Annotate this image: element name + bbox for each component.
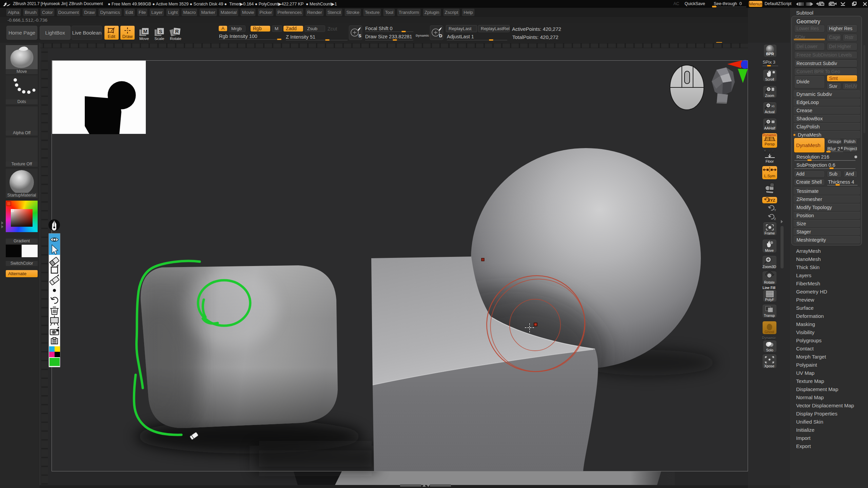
svg-text:Frame: Frame [765, 231, 775, 235]
svg-text:D: D [439, 33, 442, 38]
svg-text:Zoom3D: Zoom3D [763, 265, 776, 269]
svg-text:Persp: Persp [765, 142, 775, 146]
svg-text:R: R [175, 28, 179, 34]
svg-text:AAHalf: AAHalf [764, 126, 775, 130]
svg-text:Move: Move [765, 248, 774, 252]
svg-text:S: S [159, 28, 162, 34]
svg-text:x1: x1 [771, 104, 775, 108]
svg-text:XYZ: XYZ [768, 198, 775, 202]
svg-text:Transp: Transp [764, 313, 775, 318]
svg-text:Ghost: Ghost [765, 330, 774, 334]
svg-text:Z: Z [774, 217, 776, 221]
svg-text:Actual: Actual [765, 110, 774, 114]
svg-text:Xpose: Xpose [764, 364, 774, 368]
svg-text:Zoom: Zoom [765, 94, 774, 98]
svg-text:Dynamic: Dynamic [763, 133, 777, 137]
svg-text:BPR: BPR [766, 52, 774, 56]
svg-text:PolyF: PolyF [765, 298, 774, 302]
svg-text:Solo: Solo [766, 348, 773, 352]
svg-text:S: S [358, 33, 361, 38]
svg-text:Floor: Floor [766, 159, 774, 163]
svg-text:L.Sym: L.Sym [764, 174, 775, 178]
svg-text:Rotate: Rotate [764, 280, 775, 284]
svg-text:Y: Y [774, 208, 776, 212]
svg-text:Scroll: Scroll [765, 77, 774, 81]
svg-text:M: M [143, 28, 147, 34]
